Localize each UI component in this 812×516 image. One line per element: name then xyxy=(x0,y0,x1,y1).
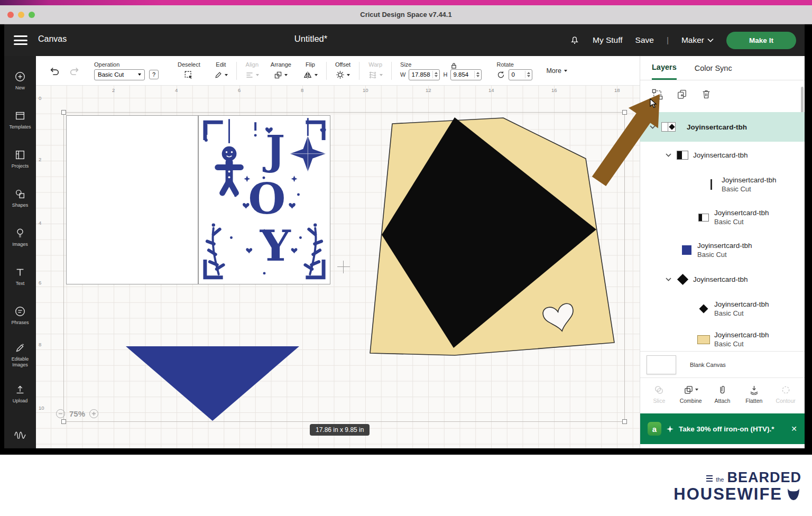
layer-row[interactable]: Joyinsertcard-tbh Basic Cut xyxy=(640,201,805,234)
flatten-icon xyxy=(749,385,759,395)
beard-icon xyxy=(786,487,801,502)
menu-icon[interactable] xyxy=(14,35,27,45)
ruler-tick: 12 xyxy=(426,87,431,93)
sidebar-item-upload[interactable]: Upload xyxy=(4,374,36,413)
templates-icon xyxy=(14,110,26,122)
ruler-tick: 10 xyxy=(363,87,368,93)
joy-card-design[interactable]: J O Y xyxy=(198,115,330,284)
ruler-tick: 2 xyxy=(112,87,115,93)
contour-icon xyxy=(781,385,791,395)
rotate-input[interactable] xyxy=(509,69,532,80)
sidebar-item-editable-images[interactable]: Editable Images xyxy=(4,335,36,374)
make-it-button[interactable]: Make It xyxy=(726,32,796,49)
layer-row[interactable]: Joyinsertcard-tbh Basic Cut xyxy=(640,326,805,351)
height-input[interactable] xyxy=(450,69,482,80)
selection-handle[interactable] xyxy=(61,110,66,115)
rotate-label: Rotate xyxy=(496,61,532,68)
rotate-icon[interactable] xyxy=(496,70,505,79)
duplicate-button[interactable] xyxy=(677,89,687,99)
layer-row-group[interactable]: Joyinsertcard-tbh xyxy=(640,266,805,292)
layer-row[interactable]: Joyinsertcard-tbh Basic Cut xyxy=(640,292,805,326)
group-button[interactable] xyxy=(652,89,663,100)
document-title[interactable]: Untitled* xyxy=(279,34,343,44)
flip-button[interactable]: Flip xyxy=(303,61,318,80)
sidebar-label: Upload xyxy=(12,398,29,403)
layer-operation: Basic Cut xyxy=(697,251,752,259)
arrange-icon xyxy=(274,71,282,79)
canvas-color-swatch[interactable] xyxy=(647,355,676,374)
editable-images-icon xyxy=(14,342,26,354)
redo-icon xyxy=(69,66,80,76)
layer-row[interactable]: Joyinsertcard-tbh Basic Cut xyxy=(640,234,805,266)
deselect-button[interactable]: Deselect xyxy=(178,61,200,80)
envelope-shape[interactable] xyxy=(348,105,633,371)
sidebar-item-shapes[interactable]: Shapes xyxy=(4,179,36,218)
selection-handle[interactable] xyxy=(622,419,627,424)
delete-button[interactable] xyxy=(701,89,712,99)
layer-row-group[interactable]: Joyinsertcard-tbh xyxy=(640,112,805,142)
chevron-down-icon[interactable] xyxy=(666,153,672,157)
edit-button[interactable]: Edit xyxy=(214,61,228,80)
zoom-out-button[interactable] xyxy=(56,409,65,418)
layer-row-group[interactable]: Joyinsertcard-tbh xyxy=(640,142,805,168)
card-blank-panel[interactable] xyxy=(66,115,198,284)
width-input[interactable] xyxy=(409,69,440,80)
right-gutter xyxy=(805,24,812,455)
width-stepper[interactable] xyxy=(432,71,439,78)
panel-tabs: Layers Color Sync xyxy=(640,56,805,80)
ruler-tick: 6 xyxy=(39,280,41,285)
warp-label: Warp xyxy=(368,61,382,68)
sidebar-item-templates[interactable]: Templates xyxy=(4,100,36,140)
layer-name: Joyinsertcard-tbh xyxy=(714,209,769,217)
blank-canvas-row[interactable]: Blank Canvas xyxy=(640,351,805,377)
monogram-icon[interactable] xyxy=(13,427,27,441)
close-icon[interactable]: ✕ xyxy=(791,425,797,433)
chevron-down-icon[interactable] xyxy=(650,125,656,129)
layer-name: Joyinsertcard-tbh xyxy=(693,275,748,283)
more-button[interactable]: More xyxy=(546,67,567,75)
sidebar-item-text[interactable]: Text xyxy=(4,257,36,296)
machine-selector[interactable]: Maker xyxy=(681,35,714,45)
canvas-label: Canvas xyxy=(38,34,67,44)
chevron-down-icon[interactable] xyxy=(695,389,698,391)
undo-icon[interactable] xyxy=(49,66,60,76)
make-it-label: Make It xyxy=(749,36,773,44)
ruler-tick: 6 xyxy=(238,87,241,93)
my-stuff-link[interactable]: My Stuff xyxy=(593,35,623,45)
height-stepper[interactable] xyxy=(474,71,481,78)
layer-thumbnail xyxy=(676,151,689,160)
flatten-button[interactable]: Flatten xyxy=(738,378,770,410)
offset-button[interactable]: Offset xyxy=(335,61,350,80)
selection-handle[interactable] xyxy=(61,419,66,424)
mac-titlebar: Cricut Design Space v7.44.1 xyxy=(0,5,812,24)
sidebar-item-images[interactable]: Images xyxy=(4,218,36,257)
arrange-button[interactable]: Arrange xyxy=(271,61,291,80)
lock-icon[interactable] xyxy=(451,61,457,71)
sidebar-item-projects[interactable]: Projects xyxy=(4,140,36,179)
flip-icon xyxy=(303,71,312,79)
toolbar-divider xyxy=(236,62,237,80)
sidebar-item-phrases[interactable]: Phrases xyxy=(4,296,36,335)
operation-label: Operation xyxy=(94,61,159,68)
sidebar-label: Phrases xyxy=(10,320,30,325)
notifications-bell-icon[interactable] xyxy=(569,35,580,45)
tab-color-sync[interactable]: Color Sync xyxy=(695,56,732,80)
rotate-stepper[interactable] xyxy=(525,71,532,78)
sidebar-label: Templates xyxy=(8,124,32,130)
layer-row[interactable]: Joyinsertcard-tbh Basic Cut xyxy=(640,168,805,201)
joy-letter-o: O xyxy=(248,173,286,224)
help-button[interactable]: ? xyxy=(149,70,159,79)
save-link[interactable]: Save xyxy=(635,35,654,45)
attach-button[interactable]: Attach xyxy=(707,378,739,410)
new-icon xyxy=(14,71,26,82)
sidebar-item-new[interactable]: New xyxy=(4,61,36,100)
chevron-down-icon[interactable] xyxy=(666,278,672,281)
zoom-in-button[interactable] xyxy=(89,409,98,418)
page-footer: the BEARDED HOUSEWIFE xyxy=(0,455,812,516)
canvas-area[interactable]: 2 4 6 8 10 12 14 16 18 0 2 4 6 8 10 xyxy=(36,86,640,448)
combine-button[interactable]: Combine xyxy=(675,378,707,410)
blue-triangle-shape[interactable] xyxy=(121,343,303,425)
tab-layers[interactable]: Layers xyxy=(652,56,677,80)
layer-operation: Basic Cut xyxy=(714,309,769,317)
operation-select[interactable]: Basic Cut xyxy=(94,69,145,80)
